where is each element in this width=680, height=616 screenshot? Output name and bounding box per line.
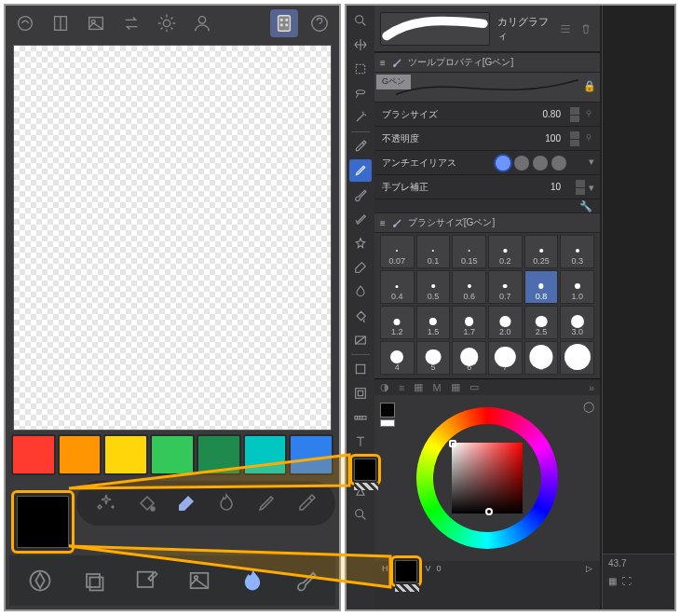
palette-swatch-0[interactable] <box>11 434 56 475</box>
aa-option-3[interactable] <box>533 156 548 171</box>
brush-size-cell[interactable]: 6 <box>452 341 486 375</box>
antialias-options[interactable] <box>496 156 566 171</box>
menu-icon[interactable] <box>557 21 574 37</box>
brush-size-cell[interactable]: 0.8 <box>524 270 559 304</box>
brush-size-cell[interactable]: 1.2 <box>380 306 415 339</box>
sparkle-tool[interactable] <box>88 485 125 522</box>
layers-button[interactable] <box>74 561 113 600</box>
brush-size-cell[interactable]: 0.5 <box>416 270 451 304</box>
brush-size-cell[interactable]: 0.15 <box>452 235 486 268</box>
palette-swatch-5[interactable] <box>243 434 288 475</box>
canvas[interactable] <box>13 45 332 431</box>
magnifier2[interactable] <box>349 503 372 526</box>
lasso[interactable] <box>349 82 372 104</box>
brush-size-cell[interactable]: 1.7 <box>452 306 486 339</box>
person-icon[interactable] <box>188 9 216 37</box>
decoration[interactable] <box>349 232 372 254</box>
foreground-color-swatch[interactable] <box>11 490 75 554</box>
magnifier[interactable] <box>349 9 372 32</box>
brush-size-cell[interactable]: 3.0 <box>560 306 594 339</box>
text-tool[interactable] <box>349 431 372 453</box>
color-tab-set[interactable]: ▦ <box>451 381 460 393</box>
color-tab-wheel[interactable]: ◑ <box>380 381 389 393</box>
current-color-tile[interactable] <box>380 403 395 427</box>
palette-swatch-4[interactable] <box>197 434 241 475</box>
brush-size-cell[interactable]: 0.2 <box>488 235 523 268</box>
brush-size-prop[interactable]: ブラシサイズ 0.80 <box>374 103 600 127</box>
brush-tool[interactable] <box>349 184 372 206</box>
palette-swatch-2[interactable] <box>103 434 148 475</box>
help-icon[interactable] <box>306 9 333 37</box>
palette-swatch-1[interactable] <box>58 434 102 475</box>
brush-size-cell[interactable]: 2.0 <box>488 306 523 339</box>
link-icon[interactable] <box>583 133 594 144</box>
brush-size-cell[interactable]: 4 <box>380 341 415 375</box>
lock-icon[interactable]: 🔒 <box>583 80 596 92</box>
brush-size-cell[interactable]: 0.4 <box>380 270 415 304</box>
aa-option-1[interactable] <box>496 156 510 171</box>
sv-cursor[interactable] <box>449 440 456 447</box>
brush-size-panel-title[interactable]: ≡ ブラシサイズ[Gペン] <box>374 212 600 233</box>
book-icon[interactable] <box>47 9 75 37</box>
chevron-down-icon[interactable]: ▾ <box>589 182 594 194</box>
edit-button[interactable] <box>127 561 166 600</box>
blend[interactable] <box>349 281 372 303</box>
opacity-spinner[interactable] <box>570 131 579 146</box>
move[interactable] <box>349 34 372 56</box>
logo-icon[interactable] <box>11 9 39 37</box>
wand[interactable] <box>349 106 372 129</box>
chevron-down-icon[interactable]: ▾ <box>589 156 594 168</box>
color-tab-mix[interactable]: M <box>432 382 441 393</box>
brush-nav-button[interactable] <box>286 561 325 600</box>
image-button[interactable] <box>180 561 219 600</box>
ruler[interactable] <box>349 406 372 429</box>
color-tab-slider[interactable]: ≡ <box>399 382 404 393</box>
pen-tool-tray[interactable] <box>248 485 285 522</box>
eyedropper-tool[interactable] <box>349 135 372 157</box>
opacity-prop[interactable]: 不透明度 100 <box>374 127 600 151</box>
linked-swatch-top[interactable] <box>349 454 381 486</box>
color-tab-hist[interactable]: ▭ <box>469 381 479 393</box>
shape[interactable] <box>349 358 372 380</box>
arrow-icon[interactable]: » <box>589 382 594 393</box>
stabilization-prop[interactable]: 手ブレ補正 10 ▾ <box>374 175 600 199</box>
brush-size-cell[interactable]: 5 <box>416 341 451 375</box>
linked-swatch-bottom[interactable] <box>390 555 422 587</box>
sv-box[interactable] <box>452 443 523 513</box>
eraser-tool[interactable] <box>349 256 372 279</box>
brush-size-cell[interactable]: 8 <box>524 341 559 375</box>
flame-nav-button[interactable] <box>233 561 272 600</box>
wrench-icon[interactable]: 🔧 <box>579 200 592 212</box>
brush-size-cell[interactable]: 0.3 <box>560 235 594 268</box>
tool-property-title[interactable]: ≡ ツールプロパティ[Gペン] <box>374 52 600 73</box>
flame-tool-tray[interactable] <box>208 485 245 522</box>
antialias-prop[interactable]: アンチエイリアス ▾ <box>374 151 600 175</box>
grid-icon[interactable] <box>270 9 298 37</box>
gradient[interactable] <box>349 329 372 351</box>
grid-icon[interactable]: ▦ <box>608 576 617 586</box>
target-button[interactable] <box>20 561 60 600</box>
bucket-tool[interactable] <box>349 305 372 327</box>
trash-icon[interactable] <box>578 21 594 37</box>
airbrush[interactable] <box>349 208 372 230</box>
pen-tool[interactable] <box>349 159 372 182</box>
brush-size-cell[interactable]: 0.7 <box>488 270 523 304</box>
stabilization-spinner[interactable] <box>576 180 585 195</box>
select-rect[interactable] <box>349 58 372 80</box>
aa-option-2[interactable] <box>514 156 529 171</box>
frame[interactable] <box>349 382 372 404</box>
brush-size-cell[interactable]: 7 <box>488 341 523 375</box>
brush-size-cell[interactable]: 1.0 <box>560 270 594 304</box>
color-wheel[interactable] <box>416 407 558 549</box>
eyedropper-tool-tray[interactable] <box>288 485 325 522</box>
brush-size-cell[interactable]: 10 <box>560 341 594 375</box>
palette-swatch-3[interactable] <box>150 434 195 475</box>
brush-size-cell[interactable]: 2.5 <box>524 306 559 339</box>
brush-size-cell[interactable]: 0.25 <box>524 235 559 268</box>
bucket-tool-tray[interactable] <box>128 485 165 522</box>
play-icon[interactable]: ▷ <box>586 564 592 573</box>
aa-option-4[interactable] <box>551 156 566 171</box>
gallery-icon[interactable] <box>82 9 110 37</box>
swap-icon[interactable] <box>117 9 145 37</box>
brush-size-cell[interactable]: 1.5 <box>416 306 451 339</box>
